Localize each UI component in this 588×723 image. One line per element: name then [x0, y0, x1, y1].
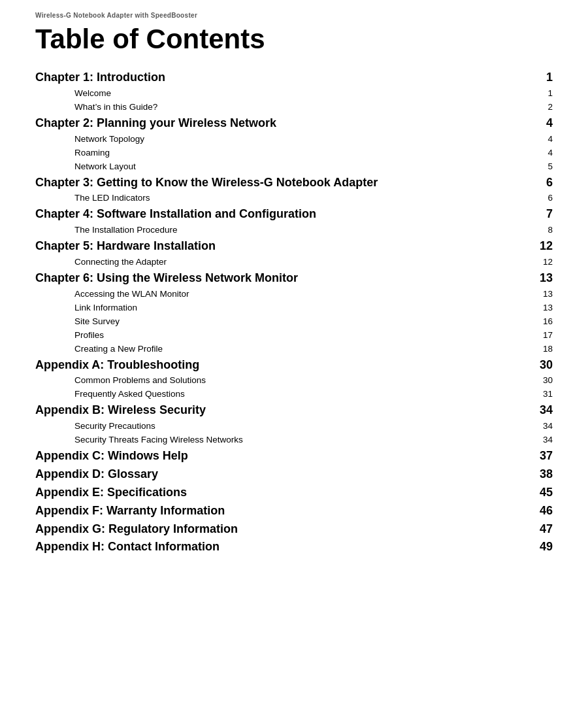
toc-page: 4 — [533, 146, 553, 160]
toc-label: Appendix D: Glossary — [35, 465, 533, 484]
toc-page: 17 — [533, 329, 553, 343]
toc-row: The LED Indicators 6 — [35, 192, 553, 205]
toc-entry: The LED Indicators 6 — [35, 192, 553, 205]
toc-page: 12 — [533, 256, 553, 269]
toc-row: Chapter 6: Using the Wireless Network Mo… — [35, 269, 553, 288]
toc-entry: What’s in this Guide? 2 — [35, 101, 553, 114]
toc-label: Chapter 2: Planning your Wireless Networ… — [35, 114, 533, 133]
toc-page: 16 — [533, 315, 553, 329]
toc-row: Appendix D: Glossary 38 — [35, 465, 553, 484]
toc-entry: Appendix E: Specifications 45 — [35, 484, 553, 502]
toc-label: The Installation Procedure — [35, 224, 533, 237]
toc-label: Chapter 6: Using the Wireless Network Mo… — [35, 269, 533, 288]
toc-entry: Frequently Asked Questions 31 — [35, 388, 553, 401]
toc-entry: Site Survey 16 — [35, 315, 553, 329]
toc-list: Chapter 1: Introduction 1 Welcome 1 What… — [35, 69, 553, 556]
toc-page: 13 — [533, 269, 553, 288]
header-subtitle: Wireless-G Notebook Adapter with SpeedBo… — [35, 12, 553, 19]
toc-row: Security Precautions 34 — [35, 420, 553, 433]
toc-page: 46 — [533, 502, 553, 520]
toc-page: 4 — [533, 133, 553, 146]
toc-page: 37 — [533, 447, 553, 465]
toc-row: Appendix B: Wireless Security 34 — [35, 401, 553, 420]
toc-row: Appendix F: Warranty Information 46 — [35, 502, 553, 520]
toc-entry: Appendix B: Wireless Security 34 — [35, 401, 553, 420]
toc-label: Connecting the Adapter — [35, 256, 533, 269]
toc-entry: The Installation Procedure 8 — [35, 224, 553, 237]
toc-row: Network Topology 4 — [35, 133, 553, 146]
toc-entry: Appendix G: Regulatory Information 47 — [35, 520, 553, 539]
toc-label: Frequently Asked Questions — [35, 388, 533, 401]
toc-label: The LED Indicators — [35, 192, 533, 205]
toc-entry: Security Precautions 34 — [35, 420, 553, 433]
toc-row: The Installation Procedure 8 — [35, 224, 553, 237]
page-title: Table of Contents — [35, 24, 553, 54]
toc-label: Security Precautions — [35, 420, 533, 433]
toc-page: 13 — [533, 288, 553, 301]
toc-page: 47 — [533, 520, 553, 539]
toc-label: Appendix G: Regulatory Information — [35, 520, 533, 539]
toc-row: Link Information 13 — [35, 301, 553, 315]
toc-page: 6 — [533, 192, 553, 205]
toc-page: 2 — [533, 101, 553, 114]
toc-label: Chapter 5: Hardware Installation — [35, 237, 533, 256]
toc-entry: Welcome 1 — [35, 87, 553, 101]
toc-row: What’s in this Guide? 2 — [35, 101, 553, 114]
toc-row: Appendix C: Windows Help 37 — [35, 447, 553, 465]
toc-page: 5 — [533, 160, 553, 174]
toc-label: Appendix A: Troubleshooting — [35, 356, 533, 375]
toc-label: Security Threats Facing Wireless Network… — [35, 433, 533, 447]
toc-label: Appendix F: Warranty Information — [35, 502, 533, 520]
toc-entry: Appendix F: Warranty Information 46 — [35, 502, 553, 520]
toc-entry: Accessing the WLAN Monitor 13 — [35, 288, 553, 301]
toc-page: 12 — [533, 237, 553, 256]
toc-page: 34 — [533, 420, 553, 433]
toc-row: Connecting the Adapter 12 — [35, 256, 553, 269]
toc-page: 34 — [533, 433, 553, 447]
toc-row: Chapter 1: Introduction 1 — [35, 69, 553, 87]
toc-label: Roaming — [35, 146, 533, 160]
toc-entry: Appendix D: Glossary 38 — [35, 465, 553, 484]
toc-label: Appendix E: Specifications — [35, 484, 533, 502]
toc-row: Appendix E: Specifications 45 — [35, 484, 553, 502]
toc-entry: Appendix C: Windows Help 37 — [35, 447, 553, 465]
toc-page: 1 — [533, 87, 553, 101]
toc-entry: Creating a New Profile 18 — [35, 343, 553, 356]
toc-row: Frequently Asked Questions 31 — [35, 388, 553, 401]
toc-entry: Common Problems and Solutions 30 — [35, 374, 553, 388]
toc-label: Common Problems and Solutions — [35, 374, 533, 388]
toc-entry: Chapter 5: Hardware Installation 12 — [35, 237, 553, 256]
toc-entry: Security Threats Facing Wireless Network… — [35, 433, 553, 447]
toc-entry: Roaming 4 — [35, 146, 553, 160]
toc-label: Profiles — [35, 329, 533, 343]
toc-page: 45 — [533, 484, 553, 502]
toc-row: Security Threats Facing Wireless Network… — [35, 433, 553, 447]
toc-page: 1 — [533, 69, 553, 87]
toc-label: Chapter 4: Software Installation and Con… — [35, 205, 533, 224]
toc-page: 38 — [533, 465, 553, 484]
toc-row: Appendix G: Regulatory Information 47 — [35, 520, 553, 539]
toc-page: 7 — [533, 205, 553, 224]
toc-label: Creating a New Profile — [35, 343, 533, 356]
toc-entry: Chapter 3: Getting to Know the Wireless-… — [35, 174, 553, 192]
toc-label: Accessing the WLAN Monitor — [35, 288, 533, 301]
toc-page: 13 — [533, 301, 553, 315]
toc-row: Creating a New Profile 18 — [35, 343, 553, 356]
toc-label: Appendix C: Windows Help — [35, 447, 533, 465]
toc-row: Welcome 1 — [35, 87, 553, 101]
toc-entry: Chapter 1: Introduction 1 — [35, 69, 553, 87]
toc-entry: Appendix A: Troubleshooting 30 — [35, 356, 553, 375]
toc-page: 34 — [533, 401, 553, 420]
toc-page: 8 — [533, 224, 553, 237]
toc-page: 30 — [533, 374, 553, 388]
toc-page: 6 — [533, 174, 553, 192]
toc-entry: Profiles 17 — [35, 329, 553, 343]
toc-label: Appendix H: Contact Information — [35, 538, 533, 556]
toc-entry: Network Topology 4 — [35, 133, 553, 146]
toc-page: 31 — [533, 388, 553, 401]
toc-entry: Appendix H: Contact Information 49 — [35, 538, 553, 556]
toc-label: Network Topology — [35, 133, 533, 146]
toc-row: Appendix A: Troubleshooting 30 — [35, 356, 553, 375]
toc-row: Chapter 3: Getting to Know the Wireless-… — [35, 174, 553, 192]
toc-page: 49 — [533, 538, 553, 556]
